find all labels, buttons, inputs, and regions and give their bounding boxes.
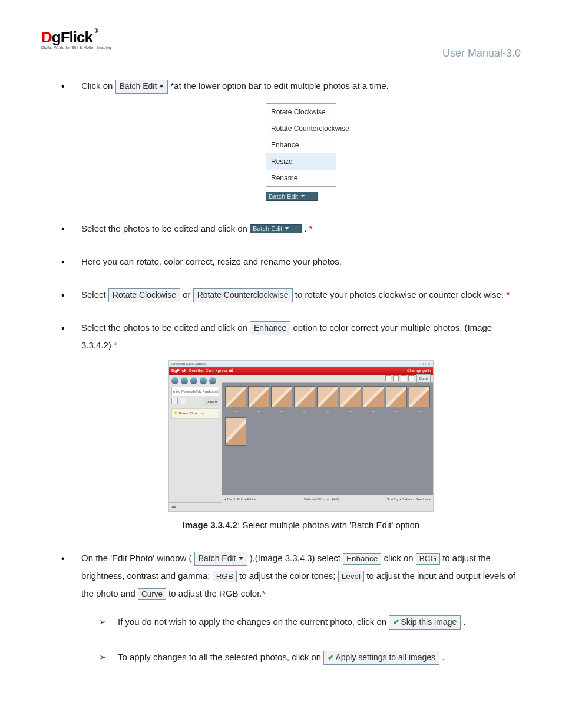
dropdown-menu: Rotate Clockwise Rotate Counterclockwise… — [266, 103, 336, 187]
btn-label: Rotate Clockwise — [113, 290, 176, 299]
chevron-list: If you do not wish to apply the changes … — [99, 613, 521, 666]
bullet-item: Click on Batch Edit *at the lower option… — [53, 77, 521, 205]
caption-bold: Image 3.3.4.2 — [183, 520, 237, 530]
menu-wrap: Rotate Clockwise Rotate Counterclockwise… — [266, 103, 336, 205]
text: or — [183, 289, 193, 299]
parent-directory[interactable]: 📁 Parent Directory — [171, 408, 219, 419]
check-icon: ✔ — [328, 652, 333, 658]
dropdown-icon — [300, 195, 305, 197]
bottom-left[interactable]: ▾ Batch Edit ▾ Edit ▾ — [224, 496, 256, 503]
change-path[interactable]: Change path — [407, 367, 431, 375]
text: to rotate your photos clockwise or count… — [295, 289, 507, 299]
nav-fwd-icon[interactable] — [180, 398, 186, 404]
thumbnail[interactable]: — — [363, 386, 384, 414]
sidebar: misc Materials/My Products/Greetings Pic… — [169, 375, 222, 502]
footer-bar: ⬅ — [169, 502, 433, 511]
logo-d: D — [41, 28, 52, 46]
nav-back-icon[interactable] — [171, 398, 178, 404]
thumbnail[interactable]: — — [340, 386, 361, 414]
btn-label: Enhance — [346, 554, 378, 563]
app-screenshot: Greeting Card Xpress — ▢ ✕ DgFlick Greet… — [168, 360, 434, 512]
tool-icon[interactable] — [401, 375, 406, 381]
menu-item-rotate-cw[interactable]: Rotate Clockwise — [266, 104, 336, 120]
batch-edit-button-small[interactable]: Batch Edit — [250, 224, 302, 233]
menu-item-rotate-ccw[interactable]: Rotate Counterclockwise — [266, 120, 336, 137]
menu-item-enhance[interactable]: Enhance — [266, 137, 336, 153]
path-field[interactable]: misc Materials/My Products/Greetings Pic… — [171, 387, 219, 396]
sort-controls[interactable]: Sort By ▾ Select ▾ Send to ▾ — [387, 496, 431, 503]
thumbnail[interactable]: — — [386, 386, 406, 414]
text: Here you can rotate, color correct, resi… — [81, 256, 342, 266]
logo-registered: ® — [94, 28, 97, 34]
tool-icon[interactable] — [393, 375, 399, 381]
menu-item-rename[interactable]: Rename — [266, 170, 336, 186]
chevron-item: To apply changes to all the selected pho… — [99, 648, 521, 666]
brand-sub: Greeting Card xpress — [189, 368, 228, 373]
bullet-item: Select Rotate Clockwise or Rotate Counte… — [53, 286, 521, 304]
batch-edit-button-small[interactable]: Batch Edit — [266, 192, 318, 201]
rotate-counterclockwise-button[interactable]: Rotate Counterclockwise — [193, 288, 293, 302]
dropdown-icon — [285, 227, 289, 230]
app-body: misc Materials/My Products/Greetings Pic… — [169, 375, 433, 502]
btn-label: Batch Edit — [253, 225, 282, 232]
bullet-item: On the 'Edit Photo' window ( Batch Edit … — [53, 549, 521, 666]
done-button[interactable]: Done — [416, 374, 431, 383]
btn-label: Skip this image — [401, 617, 457, 627]
btn-label: Batch Edit — [269, 193, 298, 200]
chevron-item: If you do not wish to apply the changes … — [99, 613, 521, 631]
rotate-clockwise-button[interactable]: Rotate Clockwise — [108, 288, 180, 302]
back-arrow-icon[interactable]: ⬅ — [171, 502, 176, 512]
asterisk: * — [114, 340, 117, 350]
batch-edit-button[interactable]: Batch Edit — [115, 80, 168, 93]
rgb-button[interactable]: RGB — [213, 571, 237, 582]
btn-label: Apply settings to all images — [335, 653, 435, 662]
text: If you do not wish to apply the changes … — [118, 617, 386, 627]
logo: DgFlick® — [41, 29, 111, 45]
page-header: DgFlick® Digital World for Still & Motio… — [41, 29, 521, 60]
thumbnail[interactable]: — — [226, 417, 246, 453]
thumbnail[interactable]: — — [249, 386, 269, 414]
text: Select the photos to be edited and click… — [81, 223, 247, 233]
text: . — [463, 617, 465, 627]
menu-item-resize[interactable]: Resize — [266, 153, 336, 170]
menu-figure: Rotate Clockwise Rotate Counterclockwise… — [81, 103, 521, 205]
brand: DgFlick — [171, 368, 186, 373]
batch-edit-button[interactable]: Batch Edit — [194, 552, 247, 565]
text: to adjust the color tones; — [239, 571, 338, 581]
tool-icon[interactable] — [385, 375, 391, 381]
thumbnail[interactable]: — — [272, 386, 292, 414]
thumbnail[interactable]: — — [318, 386, 338, 414]
bullet-item: Select the photos to be edited and click… — [53, 220, 521, 238]
text: *at the lower option bar to edit multipl… — [171, 81, 389, 91]
content: Click on Batch Edit *at the lower option… — [53, 77, 521, 666]
apply-all-button[interactable]: ✔Apply settings to all images — [323, 651, 439, 664]
thumbnail[interactable]: — — [295, 386, 315, 414]
text: To apply changes to all the selected pho… — [118, 652, 321, 662]
enhance-button[interactable]: Enhance — [343, 553, 381, 565]
btn-label: RGB — [216, 572, 233, 581]
doc-title: User Manual-3.0 — [442, 47, 521, 60]
btn-label: Level — [342, 572, 361, 581]
asterisk: * — [506, 289, 510, 299]
thumbnail[interactable]: — — [226, 386, 246, 414]
page: DgFlick® Digital World for Still & Motio… — [0, 0, 562, 728]
level-button[interactable]: Level — [338, 571, 364, 582]
thumbnails: — — — — — — — — — — — [226, 386, 429, 453]
bullet-item: Here you can rotate, color correct, resi… — [53, 253, 521, 271]
text: On the 'Edit Photo' window ( — [81, 553, 192, 563]
text: Select the photos to be edited and click… — [81, 322, 250, 332]
tool-icon[interactable] — [408, 375, 414, 381]
text: click on — [384, 553, 416, 563]
logo-block: DgFlick® Digital World for Still & Motio… — [41, 29, 111, 50]
bottom-bar: ▾ Batch Edit ▾ Edit ▾ Selected Photos : … — [222, 495, 433, 503]
curve-button[interactable]: Curve — [138, 588, 166, 600]
enhance-button[interactable]: Enhance — [250, 321, 290, 335]
logo-tagline: Digital World for Still & Motion Imaging — [41, 46, 111, 50]
parent-label: Parent Directory — [179, 411, 204, 415]
screenshot-figure: Greeting Card Xpress — ▢ ✕ DgFlick Greet… — [81, 360, 521, 534]
skip-image-button[interactable]: ✔Skip this image — [389, 615, 461, 629]
btn-label: Batch Edit — [120, 81, 157, 91]
thumbnail[interactable]: — — [409, 386, 429, 414]
view-dropdown[interactable]: View ▾ — [204, 398, 219, 406]
bcg-button[interactable]: BCG — [416, 553, 440, 565]
